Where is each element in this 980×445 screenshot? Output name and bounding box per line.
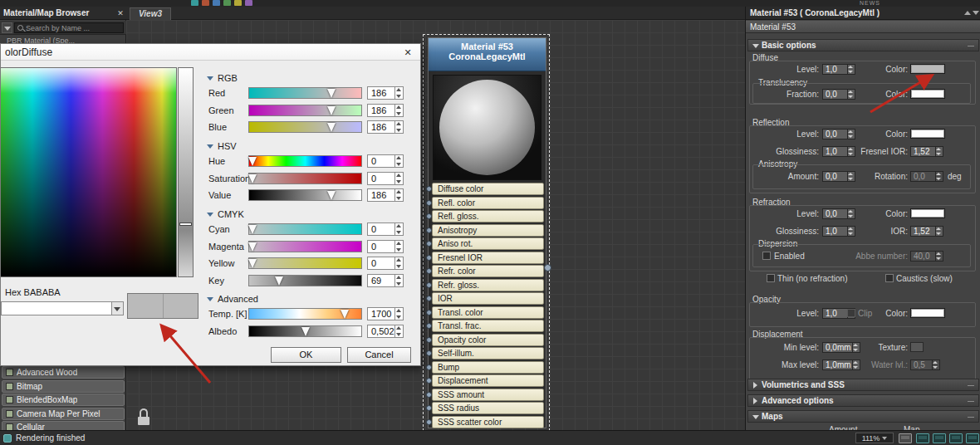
spinner-arrows-icon[interactable] (394, 121, 403, 133)
node-slot[interactable]: SSS scatter color (432, 416, 544, 428)
refraction-glossiness-spinner[interactable]: 1,0 (822, 226, 855, 237)
abbe-number-spinner[interactable]: 40,0 (910, 251, 943, 262)
diffuse-level-spinner[interactable]: 1,0 (822, 64, 855, 75)
color-swatch-pair[interactable] (127, 293, 198, 319)
spinner-arrows-icon[interactable] (394, 257, 403, 269)
saturation-spinner[interactable]: 0 (367, 172, 404, 185)
rollout-advanced-options[interactable]: Advanced options (747, 394, 979, 407)
spinner-arrows-icon[interactable] (847, 90, 855, 99)
node-slot[interactable]: Bump (432, 361, 544, 374)
value-slider[interactable] (248, 189, 362, 201)
slot-socket-icon[interactable] (426, 186, 432, 192)
cancel-button[interactable]: Cancel (347, 347, 411, 363)
viewport-layout-icon[interactable] (966, 433, 979, 443)
hue-slider[interactable] (248, 155, 362, 167)
spinner-arrows-icon[interactable] (852, 343, 860, 352)
lock-icon[interactable] (138, 408, 150, 426)
node-slot[interactable]: Anisotropy (432, 224, 544, 237)
scroll-up-icon[interactable] (964, 11, 971, 15)
spinner-arrows-icon[interactable] (847, 130, 855, 139)
fresnel-ior-spinner[interactable]: 1,52 (910, 146, 943, 157)
blue-slider[interactable] (248, 121, 362, 133)
min-level-spinner[interactable]: 0,0mm (822, 342, 860, 353)
yellow-slider[interactable] (248, 257, 362, 269)
value-spinner[interactable]: 186 (367, 188, 404, 202)
spinner-arrows-icon[interactable] (394, 87, 403, 99)
node-slot[interactable]: Fresnel IOR (432, 252, 544, 264)
close-icon[interactable]: ✕ (398, 46, 418, 59)
color-swatch-new[interactable] (164, 294, 198, 318)
whiteness-slider[interactable] (178, 67, 194, 277)
hsv-section-header[interactable]: HSV (207, 140, 237, 152)
spinner-arrows-icon[interactable] (394, 189, 403, 201)
green-slider[interactable] (248, 105, 362, 116)
reflection-color-swatch[interactable] (910, 129, 945, 139)
toolbar-icon[interactable] (191, 0, 198, 6)
toolbar-icon[interactable] (245, 0, 252, 6)
caustics-checkbox[interactable] (885, 274, 894, 282)
temp-spinner[interactable]: 1700 (367, 307, 404, 320)
toolbar-icon[interactable] (213, 0, 220, 6)
slot-socket-icon[interactable] (426, 405, 432, 411)
spinner-arrows-icon[interactable] (932, 360, 939, 369)
red-slider[interactable] (248, 87, 362, 99)
browser-list-item[interactable]: Advanced Wood (2, 366, 125, 379)
node-slot[interactable]: Refr. color (432, 265, 544, 277)
green-spinner[interactable]: 186 (367, 104, 404, 117)
ok-button[interactable]: OK (271, 347, 341, 363)
saturation-slider[interactable] (248, 173, 362, 184)
zoom-region-icon[interactable] (933, 433, 946, 443)
hue-gradient-picker[interactable] (1, 67, 177, 277)
toolbar-icon[interactable] (234, 0, 242, 6)
dispersion-enabled-checkbox[interactable] (762, 252, 771, 260)
slot-socket-icon[interactable] (426, 392, 432, 398)
yellow-spinner[interactable]: 0 (367, 257, 404, 270)
slot-socket-icon[interactable] (426, 323, 432, 329)
slot-socket-icon[interactable] (426, 296, 432, 301)
slot-socket-icon[interactable] (426, 200, 432, 206)
slot-socket-icon[interactable] (426, 337, 432, 343)
node-slot[interactable]: SSS amount (432, 389, 544, 401)
spinner-arrows-icon[interactable] (394, 325, 403, 337)
node-slot[interactable]: Aniso rot. (432, 237, 544, 250)
spinner-arrows-icon[interactable] (935, 252, 943, 261)
toolbar-icon[interactable] (202, 0, 209, 6)
albedo-slider[interactable] (248, 325, 362, 337)
cyan-slider[interactable] (248, 223, 362, 235)
node-slot[interactable]: Diffuse color (432, 183, 544, 195)
spinner-arrows-icon[interactable] (394, 105, 403, 116)
spinner-arrows-icon[interactable] (847, 209, 855, 218)
material-node[interactable]: Material #53 CoronaLegacyMtl Diffuse col… (428, 37, 546, 428)
refraction-color-swatch[interactable] (910, 208, 945, 218)
spinner-arrows-icon[interactable] (394, 241, 403, 252)
slot-socket-icon[interactable] (426, 227, 432, 233)
diffuse-color-swatch[interactable] (910, 64, 945, 74)
color-swatch-old[interactable] (128, 294, 164, 318)
spinner-arrows-icon[interactable] (394, 275, 403, 286)
node-slot[interactable]: IOR (432, 292, 544, 305)
spinner-arrows-icon[interactable] (847, 227, 855, 236)
slot-socket-icon[interactable] (426, 378, 432, 384)
node-slot[interactable]: Transl. color (432, 306, 544, 319)
hex-combo[interactable] (1, 301, 124, 315)
node-slot[interactable]: Refr. gloss. (432, 279, 544, 291)
hue-spinner[interactable]: 0 (367, 154, 404, 168)
node-slot[interactable]: Displacement (432, 374, 544, 387)
spinner-arrows-icon[interactable] (394, 173, 403, 184)
slot-socket-icon[interactable] (426, 268, 432, 274)
spinner-arrows-icon[interactable] (935, 147, 943, 156)
key-spinner[interactable]: 69 (367, 274, 404, 287)
cyan-spinner[interactable]: 0 (367, 222, 404, 236)
refraction-level-spinner[interactable]: 0,0 (822, 208, 855, 219)
node-slot[interactable]: SSS radius (432, 402, 544, 414)
key-slider[interactable] (248, 275, 362, 286)
pan-hand-icon[interactable] (899, 433, 912, 443)
translucency-fraction-spinner[interactable]: 0,0 (822, 89, 855, 100)
scroll-down-icon[interactable] (973, 11, 979, 15)
water-level-spinner[interactable]: 0,5 (910, 359, 940, 370)
thin-checkbox[interactable] (767, 274, 775, 282)
slot-socket-icon[interactable] (426, 364, 432, 370)
translucency-color-swatch[interactable] (910, 89, 945, 99)
spinner-arrows-icon[interactable] (394, 223, 403, 235)
spinner-arrows-icon[interactable] (394, 308, 403, 320)
